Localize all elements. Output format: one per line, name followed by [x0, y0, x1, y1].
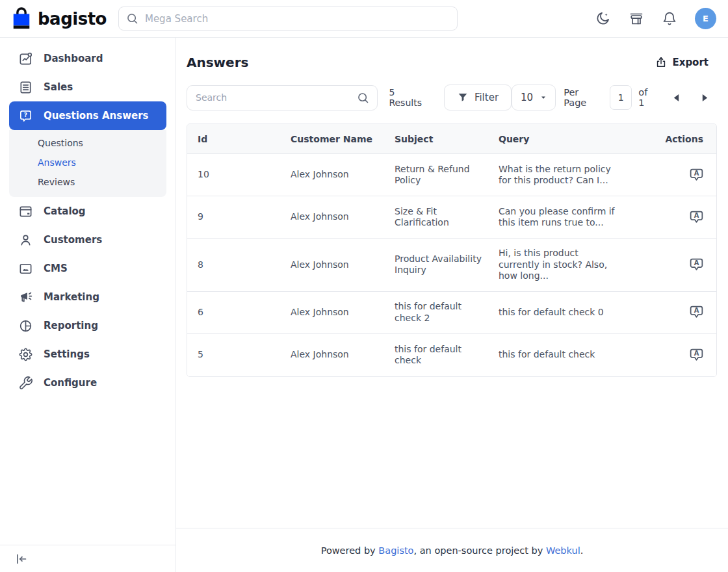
results-count: 5 Results: [389, 87, 430, 108]
sidebar-nav: DashboardSales?Questions AnswersQuestion…: [0, 38, 176, 397]
sidebar-subitem-questions[interactable]: Questions: [38, 136, 166, 150]
sidebar-item-label: Sales: [44, 81, 73, 93]
catalog-icon: [18, 204, 33, 219]
column-header-query[interactable]: Query: [499, 134, 654, 144]
page-header: Answers Export: [176, 38, 728, 70]
cell-query: What is the return policy for this produ…: [499, 164, 654, 187]
search-icon[interactable]: [356, 91, 370, 107]
per-page-select[interactable]: 10: [512, 84, 556, 110]
sidebar-item-dashboard[interactable]: Dashboard: [9, 44, 166, 73]
cell-query: Can you please confirm if this item runs…: [499, 206, 654, 229]
sidebar-subitem-reviews[interactable]: Reviews: [38, 175, 166, 189]
cell-id: 10: [187, 169, 291, 181]
cell-subject: Product Availability Inquiry: [395, 254, 499, 276]
dark-mode-icon[interactable]: [595, 10, 611, 27]
view-answer-button[interactable]: A: [688, 167, 705, 183]
settings-icon: [18, 347, 33, 362]
filter-button[interactable]: Filter: [444, 84, 512, 110]
page-title: Answers: [187, 55, 248, 70]
mega-search-input[interactable]: [118, 6, 458, 31]
svg-text:A: A: [694, 307, 699, 314]
cell-customer-name: Alex Johnson: [291, 349, 395, 361]
reporting-icon: [18, 318, 33, 333]
table-header: Id Customer Name Subject Query Actions: [187, 124, 716, 154]
sidebar-item-label: Catalog: [44, 205, 86, 217]
cell-actions: A: [654, 304, 716, 320]
sidebar-item-reporting[interactable]: Reporting: [9, 311, 166, 340]
column-header-customer-name[interactable]: Customer Name: [291, 134, 395, 144]
svg-text:A: A: [694, 170, 699, 177]
marketing-icon: [18, 290, 33, 305]
table-row: 5Alex Johnsonthis for default checkthis …: [187, 334, 716, 376]
sidebar-item-label: Questions Answers: [44, 110, 149, 122]
cell-query: Hi, is this product currently in stock? …: [499, 248, 654, 282]
sidebar-item-label: Customers: [44, 234, 102, 246]
next-page-icon[interactable]: [701, 94, 708, 102]
cell-id: 9: [187, 211, 291, 223]
sidebar-item-label: Dashboard: [44, 53, 103, 64]
cell-customer-name: Alex Johnson: [291, 211, 395, 223]
sidebar-item-customers[interactable]: Customers: [9, 226, 166, 254]
cms-icon: [18, 261, 33, 276]
sidebar-item-configure[interactable]: Configure: [9, 369, 166, 397]
main-content: Answers Export: [176, 38, 728, 572]
grid-search-input[interactable]: [187, 85, 378, 110]
export-button[interactable]: Export: [655, 56, 708, 69]
sidebar-subitem-answers[interactable]: Answers: [38, 155, 166, 170]
shopping-bag-icon: [10, 6, 32, 31]
collapse-sidebar-icon[interactable]: [14, 552, 29, 566]
view-answer-button[interactable]: A: [688, 304, 705, 320]
page-number-input[interactable]: [610, 85, 632, 110]
per-page-label: Per Page: [564, 87, 601, 108]
chevron-down-icon: [540, 94, 547, 101]
sidebar-item-sales[interactable]: Sales: [9, 73, 166, 101]
bagisto-link[interactable]: Bagisto: [378, 545, 413, 556]
view-answer-button[interactable]: A: [688, 257, 705, 273]
webkul-link[interactable]: Webkul: [546, 545, 580, 556]
mega-search: [118, 6, 458, 31]
notifications-bell-icon[interactable]: [662, 11, 677, 27]
user-avatar[interactable]: E: [695, 8, 716, 29]
sidebar-item-marketing[interactable]: Marketing: [9, 283, 166, 311]
cell-subject: Size & Fit Clarification: [395, 206, 499, 229]
sidebar-item-label: Reporting: [44, 320, 98, 332]
customers-icon: [18, 233, 33, 248]
sidebar-item-label: Marketing: [44, 291, 99, 303]
cell-query: this for default check: [499, 349, 654, 361]
funnel-icon: [457, 92, 469, 103]
sidebar-item-cms[interactable]: CMS: [9, 254, 166, 283]
footer: Powered by Bagisto, an open-source proje…: [176, 528, 728, 572]
view-answer-button[interactable]: A: [688, 209, 705, 226]
sidebar-submenu: QuestionsAnswersReviews: [9, 130, 166, 197]
sidebar-item-label: Configure: [44, 377, 97, 389]
page-total: of 1: [638, 87, 655, 108]
cell-subject: this for default check 2: [395, 301, 499, 324]
view-answer-button[interactable]: A: [688, 347, 705, 363]
svg-text:A: A: [694, 350, 699, 357]
table-row: 8Alex JohnsonProduct Availability Inquir…: [187, 239, 716, 292]
column-header-subject[interactable]: Subject: [395, 134, 499, 144]
sidebar-item-settings[interactable]: Settings: [9, 340, 166, 369]
sales-icon: [18, 80, 33, 95]
sidebar-item-catalog[interactable]: Catalog: [9, 197, 166, 226]
bagisto-logo[interactable]: bagisto: [10, 6, 107, 31]
cell-id: 8: [187, 259, 291, 271]
sidebar-item-questions-answers[interactable]: ?Questions Answers: [9, 101, 166, 130]
cell-customer-name: Alex Johnson: [291, 259, 395, 271]
filter-label: Filter: [474, 92, 499, 103]
previous-page-icon[interactable]: [673, 94, 680, 102]
storefront-icon[interactable]: [629, 11, 644, 27]
grid-search: [187, 85, 378, 110]
svg-text:A: A: [694, 212, 699, 219]
cell-customer-name: Alex Johnson: [291, 169, 395, 181]
cell-query: this for default check 0: [499, 307, 654, 318]
table-body: 10Alex JohnsonReturn & Refund PolicyWhat…: [187, 154, 716, 376]
cell-actions: A: [654, 167, 716, 183]
pagination-tools: 10 Per Page of 1: [512, 84, 708, 110]
svg-text:A: A: [694, 259, 699, 266]
svg-text:?: ?: [24, 112, 27, 118]
footer-text: Powered by Bagisto, an open-source proje…: [321, 545, 584, 556]
column-header-id[interactable]: Id: [187, 134, 291, 144]
table-row: 6Alex Johnsonthis for default check 2thi…: [187, 292, 716, 334]
sidebar-footer: [0, 545, 176, 572]
